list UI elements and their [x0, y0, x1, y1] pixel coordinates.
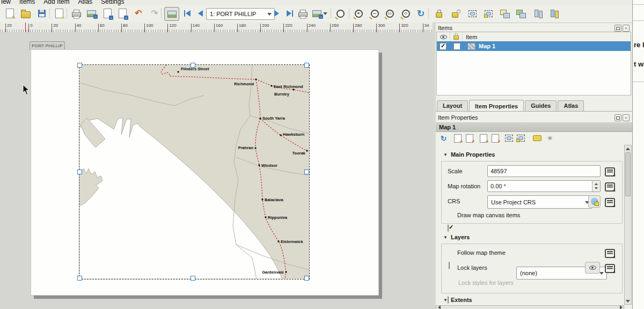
scroll-left-button[interactable] — [436, 306, 442, 309]
clipping-settings-button[interactable]: ✳ — [544, 133, 555, 144]
items-row-map1[interactable]: Map 1 — [437, 41, 631, 51]
selection-handle-top-center[interactable] — [191, 63, 195, 68]
scrollbar-thumb[interactable] — [625, 152, 631, 196]
selection-handle-bottom-center[interactable] — [191, 276, 195, 281]
properties-horizontal-scrollbar[interactable] — [436, 305, 624, 309]
unlock-all-button[interactable] — [449, 7, 462, 20]
label-tag-icon — [533, 135, 541, 141]
tab-item-properties[interactable]: Item Properties — [469, 100, 524, 112]
lower-items-button[interactable] — [514, 7, 527, 20]
station-label: Toorak — [292, 151, 306, 156]
selection-handle-bottom-right[interactable] — [304, 276, 309, 281]
horizontal-ruler[interactable]: 2002040608010012014016018020022024026028… — [0, 23, 435, 33]
selection-handle-top-left[interactable] — [77, 63, 82, 68]
select-crs-button[interactable] — [588, 195, 601, 208]
map-scale-icon — [480, 134, 487, 143]
draw-map-canvas-items-checkbox[interactable] — [448, 224, 449, 232]
station-label: Hawksburn — [283, 132, 305, 137]
spin-up-icon — [595, 183, 598, 185]
atlas-previous-feature-button[interactable] — [194, 7, 207, 20]
print-atlas-button[interactable] — [296, 7, 309, 20]
extents-section-header[interactable]: ▼Extents — [443, 297, 472, 303]
items-panel-float-button[interactable] — [614, 25, 621, 32]
save-project-button[interactable]: ✎ — [3, 7, 16, 20]
export-atlas-dropdown[interactable] — [322, 7, 328, 20]
scale-override-button[interactable] — [605, 167, 615, 176]
set-canvas-to-scale-button[interactable] — [489, 133, 501, 144]
follow-map-theme-checkbox[interactable] — [449, 262, 450, 269]
layers-section-header[interactable]: ▼Layers — [443, 234, 470, 240]
menu-item-iew[interactable]: iew — [1, 0, 11, 3]
export-atlas-button[interactable]: → — [310, 7, 323, 20]
crs-combo[interactable]: Use Project CRS — [487, 195, 592, 209]
move-content-button[interactable] — [515, 133, 526, 144]
rotation-override-button[interactable] — [605, 182, 615, 192]
refresh-view-button[interactable]: ↻ — [414, 7, 427, 20]
scroll-up-button[interactable] — [625, 145, 631, 152]
menu-item-items[interactable]: Items — [19, 0, 35, 3]
atlas-last-feature-button[interactable] — [283, 7, 296, 20]
undo-button[interactable]: ↶ — [132, 7, 145, 20]
tab-layout[interactable]: Layout — [437, 100, 468, 111]
tab-guides[interactable]: Guides — [525, 100, 557, 111]
crs-override-button[interactable] — [605, 198, 615, 207]
deselect-all-button[interactable] — [482, 7, 495, 20]
export-pdf-button[interactable]: A→ — [116, 7, 129, 20]
follow-theme-override-button[interactable] — [605, 249, 615, 258]
print-button[interactable] — [70, 7, 83, 20]
new-layout-button[interactable]: ✶ — [53, 7, 65, 20]
item-properties-float-button[interactable] — [614, 114, 621, 121]
selection-handle-top-right[interactable] — [304, 63, 309, 68]
atlas-feature-combo[interactable]: 1: PORT PHILLIP — [206, 8, 275, 20]
labeling-settings-button[interactable] — [531, 133, 543, 144]
scroll-right-button[interactable] — [618, 306, 624, 309]
zoom-in-button[interactable]: + — [352, 7, 365, 20]
selection-handle-middle-right[interactable] — [304, 170, 309, 174]
menu-item-settings[interactable]: Settings — [101, 0, 124, 3]
raise-items-button[interactable] — [498, 7, 511, 20]
save-button[interactable] — [35, 7, 48, 20]
spin-buttons[interactable] — [592, 181, 600, 192]
tab-atlas[interactable]: Atlas — [558, 100, 584, 111]
align-items-button[interactable] — [532, 7, 545, 20]
visibility-checkbox[interactable] — [440, 43, 447, 50]
open-button[interactable] — [19, 7, 32, 20]
export-image-button[interactable]: → — [85, 7, 98, 20]
distribute-items-button[interactable] — [548, 7, 561, 20]
lock-layers-eye-button[interactable] — [585, 262, 600, 274]
properties-vertical-scrollbar[interactable] — [624, 145, 632, 305]
layout-canvas[interactable]: PORT PHILLIP — [0, 32, 433, 309]
atlas-first-feature-button[interactable] — [181, 7, 194, 20]
view-extent-in-canvas-button[interactable] — [464, 133, 475, 144]
export-svg-button[interactable]: ✻→ — [101, 7, 114, 20]
set-scale-to-canvas-button[interactable] — [478, 133, 489, 144]
menu-bar: iewItemsAdd ItemAtlasSettings — [0, 0, 633, 5]
menu-item-add-item[interactable]: Add Item — [43, 0, 69, 3]
items-panel-close-button[interactable]: × — [623, 25, 630, 32]
selection-handle-middle-left[interactable] — [77, 170, 82, 174]
selection-handle-bottom-left[interactable] — [77, 276, 82, 281]
scroll-down-button[interactable] — [625, 298, 631, 304]
zoom-full-button[interactable]: ⁘ — [399, 7, 412, 20]
select-items-button[interactable] — [466, 7, 479, 20]
ruler-major-tick — [191, 24, 192, 32]
scale-input[interactable]: 48597 — [487, 165, 601, 177]
atlas-next-feature-button[interactable] — [270, 7, 283, 20]
map-item[interactable]: Flinders StreetRichmondEast RichmondBurn… — [79, 65, 309, 279]
menu-item-atlas[interactable]: Atlas — [78, 0, 92, 3]
atlas-preview-toggle[interactable] — [164, 7, 179, 21]
set-extent-to-canvas-button[interactable] — [452, 133, 463, 144]
update-map-preview-button[interactable]: ↻ — [438, 133, 449, 144]
zoom-out-button[interactable]: − — [368, 7, 381, 20]
redo-button[interactable]: ↷ — [148, 7, 161, 20]
zoom-to-region-button[interactable] — [334, 7, 347, 20]
rotation-spinbox[interactable]: 0.00 ° — [487, 180, 601, 192]
main-properties-section-header[interactable]: ▼Main Properties — [443, 151, 495, 158]
edit-map-extent-button[interactable] — [503, 133, 515, 144]
lock-items-button[interactable] — [433, 7, 445, 20]
lock-checkbox[interactable] — [453, 43, 460, 50]
zoom-actual-size-button[interactable]: 1:1 — [383, 7, 396, 20]
item-properties-close-button[interactable]: × — [623, 114, 630, 121]
lock-layers-override-button[interactable] — [605, 264, 615, 273]
toolbar-separator — [331, 9, 333, 18]
